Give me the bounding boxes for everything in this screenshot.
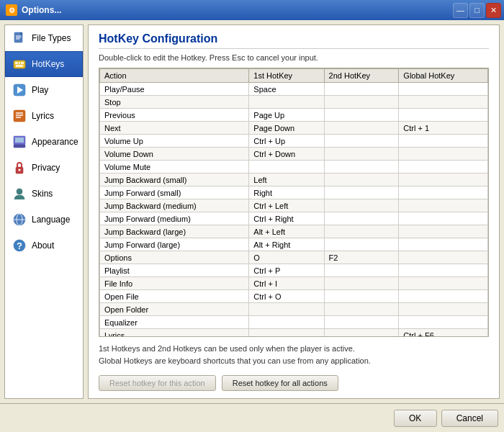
table-row[interactable]: Jump Backward (small)Left <box>100 174 488 186</box>
minimize-button[interactable]: — <box>453 3 468 18</box>
table-cell-8-2 <box>324 186 399 199</box>
table-cell-17-2 <box>324 303 399 316</box>
svg-rect-12 <box>14 110 25 122</box>
table-cell-16-3 <box>399 290 488 303</box>
content-area: HotKey Configuration Double-click to edi… <box>88 24 500 399</box>
table-cell-10-2 <box>324 212 399 225</box>
sidebar-item-lyrics[interactable]: Lyrics <box>5 103 83 129</box>
table-cell-7-0: Jump Backward (small) <box>100 174 249 186</box>
sidebar-item-hotkeys[interactable]: HotKeys <box>5 51 83 77</box>
svg-rect-9 <box>16 65 23 67</box>
sidebar-item-about[interactable]: ? About <box>5 233 83 258</box>
table-cell-4-1: Ctrl + Up <box>249 135 324 148</box>
sidebar-label-play: Play <box>32 85 48 95</box>
table-cell-10-0: Jump Forward (medium) <box>100 212 249 225</box>
table-row[interactable]: Volume DownCtrl + Down <box>100 148 488 161</box>
about-icon: ? <box>12 238 27 253</box>
table-cell-18-0: Equalizer <box>100 316 249 329</box>
table-cell-12-0: Jump Forward (large) <box>100 238 249 251</box>
sidebar-item-file-types[interactable]: File Types <box>5 25 83 51</box>
table-row[interactable]: Jump Backward (medium)Ctrl + Left <box>100 199 488 212</box>
table-row[interactable]: Volume Mute <box>100 161 488 174</box>
table-cell-5-2 <box>324 148 399 161</box>
table-row[interactable]: File InfoCtrl + I <box>100 277 488 290</box>
sidebar-item-appearance[interactable]: Appearance <box>5 129 83 155</box>
main-container: File Types HotKeys Play <box>0 20 504 403</box>
table-cell-18-1 <box>249 316 324 329</box>
lyrics-icon <box>12 108 27 124</box>
reset-this-button[interactable]: Reset hotkey for this action <box>99 375 216 391</box>
sidebar-label-skins: Skins <box>32 189 53 199</box>
table-row[interactable]: Jump Forward (large)Alt + Right <box>100 238 488 251</box>
maximize-button[interactable]: □ <box>469 3 485 18</box>
appearance-icon <box>12 134 27 150</box>
sidebar-label-hotkeys: HotKeys <box>32 59 64 69</box>
play-icon <box>12 82 27 98</box>
table-cell-4-0: Volume Up <box>100 135 249 148</box>
table-cell-3-3: Ctrl + 1 <box>399 122 488 135</box>
table-cell-13-3 <box>399 251 488 264</box>
table-cell-0-3 <box>399 83 488 96</box>
table-row[interactable]: OptionsOF2 <box>100 251 488 264</box>
table-row[interactable]: Jump Backward (large)Alt + Left <box>100 225 488 238</box>
table-cell-4-2 <box>324 135 399 148</box>
sidebar-item-play[interactable]: Play <box>5 77 83 103</box>
table-row[interactable]: Open FileCtrl + O <box>100 290 488 303</box>
table-row[interactable]: Open Folder <box>100 303 488 316</box>
table-cell-2-1: Page Up <box>249 109 324 122</box>
table-cell-14-0: Playlist <box>100 264 249 277</box>
table-row[interactable]: Stop <box>100 96 488 109</box>
table-cell-15-2 <box>324 277 399 290</box>
table-row[interactable]: PreviousPage Up <box>100 109 488 122</box>
table-cell-17-3 <box>399 303 488 316</box>
table-cell-14-1: Ctrl + P <box>249 264 324 277</box>
table-cell-16-0: Open File <box>100 290 249 303</box>
table-row[interactable]: Equalizer <box>100 316 488 329</box>
table-row[interactable]: LyricsCtrl + F6 <box>100 329 488 337</box>
svg-rect-17 <box>14 145 25 148</box>
table-cell-3-0: Next <box>100 122 249 135</box>
svg-rect-6 <box>15 62 18 64</box>
sidebar-item-privacy[interactable]: Privacy <box>5 155 83 181</box>
table-cell-8-0: Jump Forward (small) <box>100 186 249 199</box>
col-global-hotkey: Global HotKey <box>399 69 488 83</box>
close-button[interactable]: ✕ <box>486 3 501 18</box>
content-subtitle: Double-click to edit the Hotkey. Press E… <box>99 53 489 62</box>
window-title: Options... <box>22 5 61 15</box>
table-cell-1-2 <box>324 96 399 109</box>
table-cell-6-0: Volume Mute <box>100 161 249 174</box>
reset-all-button[interactable]: Reset hotkey for all actions <box>222 375 338 391</box>
table-cell-9-2 <box>324 199 399 212</box>
table-row[interactable]: Play/PauseSpace <box>100 83 488 96</box>
app-icon: ⚙ <box>6 4 17 16</box>
table-row[interactable]: PlaylistCtrl + P <box>100 264 488 277</box>
table-cell-18-2 <box>324 316 399 329</box>
svg-point-21 <box>17 189 22 194</box>
table-cell-5-0: Volume Down <box>100 148 249 161</box>
sidebar-item-language[interactable]: Language <box>5 207 83 233</box>
table-cell-1-0: Stop <box>100 96 249 109</box>
sidebar-label-privacy: Privacy <box>32 163 60 173</box>
ok-button[interactable]: OK <box>394 410 437 427</box>
svg-rect-1 <box>20 32 22 35</box>
col-action: Action <box>100 69 249 83</box>
table-cell-17-0: Open Folder <box>100 303 249 316</box>
title-bar-buttons: — □ ✕ <box>453 3 501 18</box>
cancel-button[interactable]: Cancel <box>441 410 498 427</box>
table-row[interactable]: Jump Forward (medium)Ctrl + Right <box>100 212 488 225</box>
col-2nd-hotkey: 2nd HotKey <box>324 69 399 83</box>
sidebar-label-language: Language <box>32 215 70 225</box>
table-cell-1-3 <box>399 96 488 109</box>
table-row[interactable]: Volume UpCtrl + Up <box>100 135 488 148</box>
privacy-icon <box>12 160 27 176</box>
sidebar-item-skins[interactable]: Skins <box>5 181 83 207</box>
table-cell-0-2 <box>324 83 399 96</box>
table-row[interactable]: Jump Forward (small)Right <box>100 186 488 199</box>
table-cell-5-3 <box>399 148 488 161</box>
hotkey-table-wrapper[interactable]: Action 1st HotKey 2nd HotKey Global HotK… <box>99 68 489 337</box>
table-cell-6-1 <box>249 161 324 174</box>
svg-point-20 <box>19 169 21 171</box>
table-row[interactable]: NextPage DownCtrl + 1 <box>100 122 488 135</box>
table-cell-4-3 <box>399 135 488 148</box>
skins-icon <box>12 186 27 202</box>
